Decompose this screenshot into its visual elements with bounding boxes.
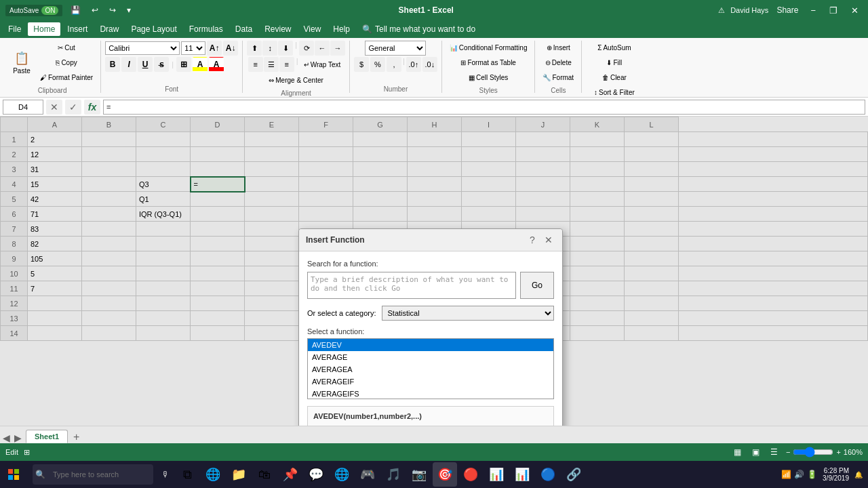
menu-insert[interactable]: Insert [62,22,93,36]
font-size-dropdown[interactable]: 11 [181,41,205,55]
restore-button[interactable]: ❐ [825,4,842,17]
volume-icon[interactable]: 🔊 [794,470,804,479]
insert-function-button[interactable]: fx [84,100,100,115]
sheet-tab-sheet1[interactable]: Sheet1 [26,430,68,443]
taskbar-excel[interactable]: 📊 [484,462,509,487]
clear-button[interactable]: 🗑 Clear [599,70,630,84]
function-item-average[interactable]: AVERAGE [308,351,553,363]
decrease-font-button[interactable]: A↓ [223,41,238,56]
format-as-table-button[interactable]: ⊞ Format as Table [457,56,519,69]
taskbar-app6[interactable]: 🎯 [433,462,457,487]
borders-button[interactable]: ⊞ [176,57,191,72]
align-middle-button[interactable]: ↕ [262,41,277,56]
function-item-averageifs[interactable]: AVERAGEIFS [308,388,553,399]
zoom-in-icon[interactable]: + [836,448,840,456]
menu-help[interactable]: Help [328,22,355,36]
battery-icon[interactable]: 🔋 [807,470,817,479]
function-list[interactable]: AVEDEVAVERAGEAVERAGEAAVERAGEIFAVERAGEIFS… [307,338,554,399]
fill-color-button[interactable]: A [193,57,208,72]
taskbar-app4[interactable]: 🎵 [381,462,406,487]
function-item-avedev[interactable]: AVEDEV [308,339,553,351]
menu-review[interactable]: Review [259,22,296,36]
add-sheet-button[interactable]: + [69,431,83,443]
increase-font-button[interactable]: A↑ [207,41,222,56]
cell-styles-button[interactable]: ▦ Cell Styles [465,70,511,84]
italic-button[interactable]: I [121,57,136,72]
notification-button[interactable]: 🔔 [854,471,863,479]
taskbar-app2[interactable]: 💬 [304,462,328,487]
align-center-button[interactable]: ☰ [264,57,279,72]
paste-button[interactable]: 📋 Paste [8,42,35,83]
formula-input[interactable] [103,100,865,115]
taskbar-app1[interactable]: 📌 [278,462,302,487]
network-icon[interactable]: 📶 [781,470,791,479]
save-button[interactable]: 💾 [68,4,83,16]
format-button[interactable]: 🔧 Format [539,70,577,84]
sort-filter-button[interactable]: ↕ Sort & Filter [591,85,638,99]
autosum-button[interactable]: Σ AutoSum [594,41,634,54]
start-button[interactable] [0,461,27,488]
taskbar-task-view[interactable]: ⧉ [175,462,199,487]
delete-button[interactable]: ⊖ Delete [542,56,575,69]
quick-access-customize-button[interactable]: ▾ [124,4,134,16]
normal-view-button[interactable]: ▦ [731,446,744,458]
text-direction-button[interactable]: ⟳ [299,41,314,56]
dialog-help-button[interactable]: ? [526,233,539,247]
share-button[interactable]: Share [774,4,801,16]
close-button[interactable]: ✕ [847,4,863,17]
insert-button[interactable]: ⊕ Insert [543,41,574,54]
indent-decrease-button[interactable]: ← [315,41,330,56]
taskbar-app8[interactable]: 🔵 [536,462,560,487]
taskbar-edge[interactable]: 🌐 [201,462,225,487]
category-dropdown[interactable]: Statistical Most Recently Used All Finan… [382,306,555,321]
zoom-slider[interactable] [793,447,833,458]
cut-button[interactable]: ✂ Cut [37,41,96,54]
format-painter-button[interactable]: 🖌 Format Painter [37,70,96,84]
undo-button[interactable]: ↩ [89,4,101,16]
clock[interactable]: 6:28 PM 3/9/2019 [823,467,849,482]
accounting-button[interactable]: $ [354,57,369,72]
font-family-dropdown[interactable]: Calibri [105,41,180,55]
cancel-formula-button[interactable]: ✕ [46,100,62,115]
comma-button[interactable]: , [387,57,401,72]
align-top-button[interactable]: ⬆ [247,41,262,56]
conditional-formatting-button[interactable]: 📊 Conditional Formatting [446,41,531,54]
function-item-averageif[interactable]: AVERAGEIF [308,375,553,388]
font-color-button[interactable]: A [209,57,224,72]
wrap-text-button[interactable]: ↵ Wrap Text [300,57,344,72]
go-button[interactable]: Go [520,272,554,299]
page-layout-view-button[interactable]: ▣ [749,446,762,458]
menu-home[interactable]: Home [28,22,60,36]
sheet-nav-left[interactable]: ◀ [3,432,10,443]
function-item-averagea[interactable]: AVERAGEA [308,363,553,375]
taskbar-app3[interactable]: 🎮 [355,462,380,487]
strikethrough-button[interactable]: S̶ [154,57,169,72]
dialog-close-button[interactable]: ✕ [542,233,555,247]
align-bottom-button[interactable]: ⬇ [278,41,293,56]
taskbar-chrome[interactable]: 🌐 [330,462,354,487]
number-format-dropdown[interactable]: General [365,41,426,56]
align-right-button[interactable]: ≡ [279,57,294,72]
taskbar-microphone-icon[interactable]: 🎙 [161,470,170,479]
taskbar-powerpoint[interactable]: 📊 [510,462,534,487]
bold-button[interactable]: B [105,57,120,72]
taskbar-search-input[interactable] [33,464,153,485]
fill-button[interactable]: ⬇ Fill [603,56,625,69]
sheet-nav-right[interactable]: ▶ [14,432,22,443]
autosave-toggle[interactable]: AutoSave ON [5,5,62,16]
taskbar-app5[interactable]: 📷 [407,462,431,487]
increase-decimal-button[interactable]: .0↑ [406,57,421,72]
taskbar-app9[interactable]: 🔗 [561,462,586,487]
taskbar-store[interactable]: 🛍 [252,462,277,487]
percent-button[interactable]: % [370,57,385,72]
taskbar-explorer[interactable]: 📁 [226,462,251,487]
copy-button[interactable]: ⎘ Copy [37,56,96,69]
taskbar-app7[interactable]: 🔴 [458,462,483,487]
underline-button[interactable]: U [138,57,153,72]
search-function-input[interactable]: Type a brief description of what you wan… [307,272,516,299]
menu-draw[interactable]: Draw [94,22,124,36]
redo-button[interactable]: ↪ [106,4,119,16]
page-break-view-button[interactable]: ☰ [768,446,781,458]
align-left-button[interactable]: ≡ [248,57,263,72]
menu-tell-me[interactable]: 🔍 Tell me what you want to do [357,22,481,36]
